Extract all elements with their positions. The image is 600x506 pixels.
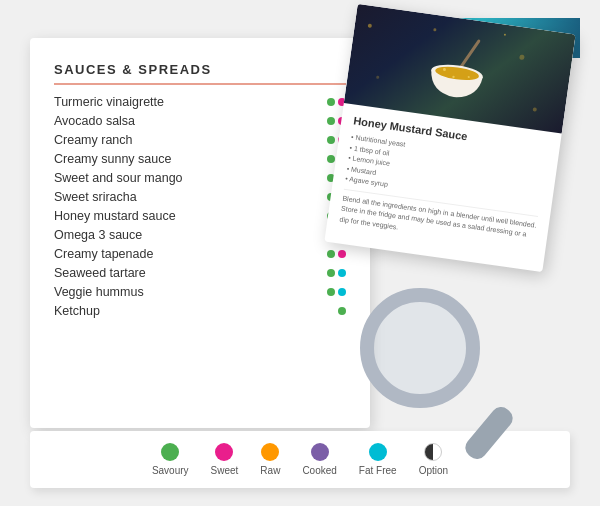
svg-point-8 — [519, 54, 525, 60]
sauce-list: Turmeric vinaigretteAvocado salsaCreamy … — [54, 95, 346, 318]
legend-item-fatfree: Fat Free — [359, 443, 397, 476]
sauce-dots — [338, 307, 346, 315]
dot-green — [327, 269, 335, 277]
sauce-name: Creamy sunny sauce — [54, 152, 321, 166]
sauce-item: Sweet sriracha — [54, 190, 346, 204]
sauce-item: Turmeric vinaigrette — [54, 95, 346, 109]
dot-green — [338, 307, 346, 315]
dot-pink — [338, 250, 346, 258]
sauce-name: Seaweed tartare — [54, 266, 321, 280]
dot-green — [327, 250, 335, 258]
sauce-dots — [327, 250, 346, 258]
sauce-item: Ketchup — [54, 304, 346, 318]
legend-item-sweet: Sweet — [211, 443, 239, 476]
legend-item-cooked: Cooked — [302, 443, 336, 476]
savoury-dot — [161, 443, 179, 461]
magnifier — [360, 288, 480, 408]
sauce-name: Honey mustard sauce — [54, 209, 321, 223]
dot-green — [327, 155, 335, 163]
recipe-card: Honey Mustard Sauce • Nutritional yeast … — [324, 4, 575, 272]
svg-point-6 — [368, 23, 373, 28]
sauce-name: Omega 3 sauce — [54, 228, 332, 242]
raw-label: Raw — [260, 465, 280, 476]
sauce-item: Veggie hummus — [54, 285, 346, 299]
sauce-item: Avocado salsa — [54, 114, 346, 128]
dot-blue — [338, 269, 346, 277]
sauce-name: Sweet and sour mango — [54, 171, 321, 185]
cooked-dot — [311, 443, 329, 461]
dot-green — [327, 136, 335, 144]
svg-point-10 — [376, 76, 379, 79]
magnifier-glass — [360, 288, 480, 408]
bowl-icon — [415, 28, 504, 108]
legend-item-savoury: Savoury — [152, 443, 189, 476]
sauce-dots — [327, 269, 346, 277]
svg-point-9 — [504, 34, 506, 36]
sauce-dots — [327, 288, 346, 296]
option-dot — [424, 443, 442, 461]
scene: Sauces & Spreads Turmeric vinaigretteAvo… — [20, 18, 580, 488]
sauce-item: Sweet and sour mango — [54, 171, 346, 185]
sweet-label: Sweet — [211, 465, 239, 476]
sauce-item: Creamy ranch — [54, 133, 346, 147]
cooked-label: Cooked — [302, 465, 336, 476]
sauce-name: Ketchup — [54, 304, 332, 318]
sauce-item: Creamy tapenade — [54, 247, 346, 261]
dot-green — [327, 117, 335, 125]
legend-item-raw: Raw — [260, 443, 280, 476]
main-card: Sauces & Spreads Turmeric vinaigretteAvo… — [30, 38, 370, 428]
savoury-label: Savoury — [152, 465, 189, 476]
legend-item-option: Option — [419, 443, 448, 476]
option-label: Option — [419, 465, 448, 476]
sauce-name: Avocado salsa — [54, 114, 321, 128]
raw-dot — [261, 443, 279, 461]
sauce-name: Turmeric vinaigrette — [54, 95, 321, 109]
sauce-item: Honey mustard sauce — [54, 209, 346, 223]
sauce-item: Omega 3 sauce — [54, 228, 346, 242]
card-title: Sauces & Spreads — [54, 62, 346, 85]
fatfree-label: Fat Free — [359, 465, 397, 476]
dot-green — [327, 98, 335, 106]
fatfree-dot — [369, 443, 387, 461]
sauce-name: Sweet sriracha — [54, 190, 321, 204]
svg-line-0 — [460, 39, 479, 71]
svg-point-11 — [533, 107, 538, 112]
sauce-name: Veggie hummus — [54, 285, 321, 299]
dot-green — [327, 288, 335, 296]
sauce-item: Seaweed tartare — [54, 266, 346, 280]
dot-blue — [338, 288, 346, 296]
sauce-name: Creamy tapenade — [54, 247, 321, 261]
sauce-name: Creamy ranch — [54, 133, 321, 147]
sauce-item: Creamy sunny sauce — [54, 152, 346, 166]
sweet-dot — [215, 443, 233, 461]
